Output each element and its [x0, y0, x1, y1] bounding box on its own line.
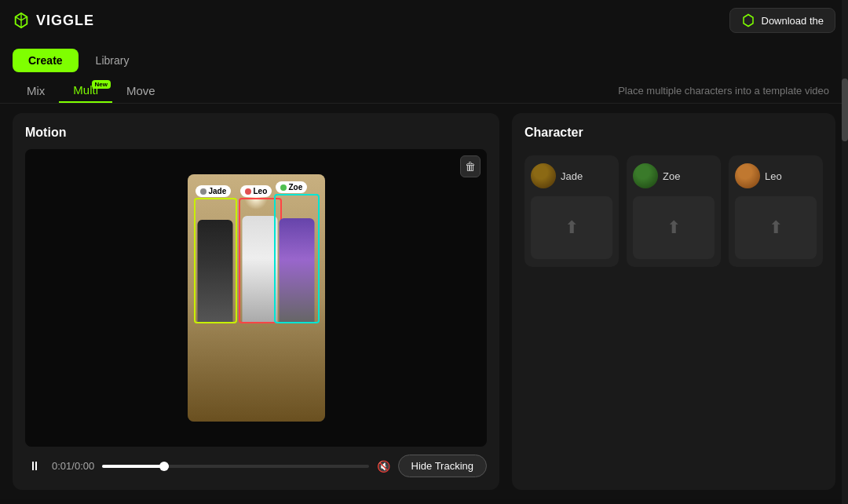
nav-bar: Create Library: [0, 41, 848, 72]
logo: VIGGLE: [13, 12, 94, 29]
jade-char-name: Jade: [561, 170, 583, 182]
volume-icon: 🔇: [377, 460, 390, 473]
library-button[interactable]: Library: [85, 49, 141, 72]
viggle-logo-icon: [13, 12, 30, 29]
volume-button[interactable]: 🔇: [377, 460, 390, 473]
zoe-label: Zoe: [276, 181, 308, 193]
jade-card-header: Jade: [531, 163, 583, 188]
play-pause-button[interactable]: ⏸: [25, 456, 44, 477]
tab-multi[interactable]: Multi New: [59, 79, 112, 103]
play-pause-icon: ⏸: [28, 459, 41, 473]
time-display: 0:01/0:00: [52, 460, 94, 472]
new-badge: New: [92, 80, 111, 89]
char-card-zoe: Zoe ⬆: [627, 155, 721, 267]
logo-text: VIGGLE: [36, 13, 94, 29]
leo-card-header: Leo: [735, 163, 782, 188]
char-card-jade: Jade ⬆: [525, 155, 619, 267]
video-preview: Jade Leo Zoe: [188, 174, 325, 422]
zoe-upload-icon: ⬆: [667, 217, 681, 238]
jade-upload-area[interactable]: ⬆: [531, 196, 612, 259]
character-panel-title: Character: [525, 126, 823, 140]
motion-panel: Motion Jade Leo: [13, 113, 499, 490]
zoe-avatar: [633, 163, 658, 188]
jade-avatar: [531, 163, 556, 188]
tab-mix[interactable]: Mix: [13, 79, 59, 102]
char-card-leo: Leo ⬆: [729, 155, 823, 267]
scrollbar-thumb: [842, 79, 848, 141]
jade-label: Jade: [196, 185, 232, 197]
zoe-upload-area[interactable]: ⬆: [633, 196, 715, 259]
zoe-figure: [279, 218, 314, 322]
zoe-char-name: Zoe: [663, 170, 680, 182]
leo-figure: [243, 216, 278, 322]
jade-dot: [200, 188, 207, 195]
character-panel: Character Jade ⬆ Zoe ⬆: [512, 113, 835, 490]
viggle-small-icon: [741, 13, 755, 27]
trash-icon: 🗑: [465, 160, 476, 173]
leo-upload-icon: ⬆: [769, 217, 783, 238]
download-btn-label: Download the: [762, 15, 824, 27]
jade-figure: [198, 220, 233, 322]
character-cards-row: Jade ⬆ Zoe ⬆ Leo: [525, 155, 823, 267]
video-controls: ⏸ 0:01/0:00 🔇 Hide Tracking: [25, 447, 487, 477]
create-button[interactable]: Create: [13, 49, 79, 72]
tab-description: Place multiple characters into a templat…: [618, 85, 835, 97]
jade-tracking-box: Jade: [194, 198, 237, 323]
zoe-card-header: Zoe: [633, 163, 680, 188]
delete-video-button[interactable]: 🗑: [460, 155, 481, 177]
main-content: Motion Jade Leo: [0, 104, 848, 499]
progress-bar[interactable]: [102, 465, 368, 468]
download-button[interactable]: Download the: [729, 8, 836, 33]
leo-upload-area[interactable]: ⬆: [735, 196, 817, 259]
jade-upload-icon: ⬆: [565, 217, 579, 238]
zoe-tracking-box: Zoe: [274, 194, 320, 323]
leo-dot: [245, 188, 251, 195]
video-area: Jade Leo Zoe: [25, 149, 487, 447]
tabs-bar: Mix Multi New Move Place multiple charac…: [0, 72, 848, 104]
progress-thumb: [159, 462, 169, 471]
tab-move[interactable]: Move: [112, 79, 170, 102]
leo-label: Leo: [240, 185, 272, 197]
hide-tracking-button[interactable]: Hide Tracking: [398, 455, 487, 477]
zoe-dot: [280, 184, 287, 191]
leo-avatar: [735, 163, 760, 188]
motion-panel-title: Motion: [25, 126, 487, 140]
scrollbar[interactable]: [842, 0, 848, 504]
leo-char-name: Leo: [765, 170, 782, 182]
header: VIGGLE Download the: [0, 0, 848, 41]
